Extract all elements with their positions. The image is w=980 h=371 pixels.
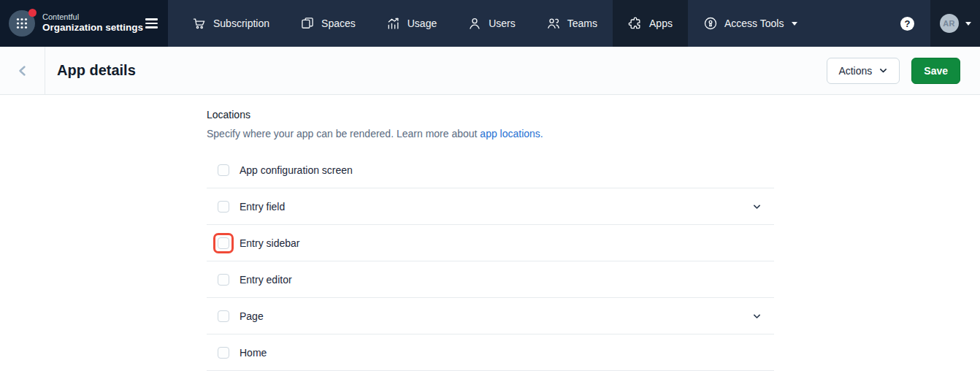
brand-text: Contentful Organization settings xyxy=(42,12,143,35)
chevron-down-icon xyxy=(792,22,797,26)
checkbox-entry-editor[interactable] xyxy=(218,274,229,286)
brand-context: Organization settings xyxy=(42,22,143,34)
location-row-app-configuration-screen: App configuration screen xyxy=(207,152,774,188)
actions-button[interactable]: Actions xyxy=(827,58,900,84)
checkbox-home[interactable] xyxy=(218,347,229,359)
actions-button-label: Actions xyxy=(838,65,872,77)
nav-item-teams[interactable]: Teams xyxy=(531,0,613,47)
main-nav: Subscription Spaces Usag xyxy=(177,0,813,47)
page-header: App details Actions Save xyxy=(0,47,980,95)
location-label: Entry field xyxy=(240,201,285,213)
org-brand-block: Contentful Organization settings xyxy=(0,0,168,47)
checkbox-entry-field[interactable] xyxy=(218,201,229,213)
expand-chevron-down-icon[interactable] xyxy=(752,202,762,211)
nav-item-label: Users xyxy=(489,18,516,29)
checkbox-entry-sidebar[interactable] xyxy=(218,237,229,249)
usage-chart-icon xyxy=(386,16,401,31)
teams-icon xyxy=(546,16,561,31)
location-label: App configuration screen xyxy=(240,164,353,176)
description-text: Specify where your app can be rendered. … xyxy=(207,128,480,139)
location-row-entry-field: Entry field xyxy=(207,188,774,225)
location-label: Home xyxy=(240,347,267,359)
nav-item-apps[interactable]: Apps xyxy=(613,0,688,47)
chevron-left-icon xyxy=(15,64,30,78)
user-icon xyxy=(467,16,482,31)
app-switcher-button[interactable] xyxy=(9,10,35,37)
top-navbar: Contentful Organization settings Subscri… xyxy=(0,0,980,47)
avatar: AR xyxy=(940,14,959,33)
nav-item-label: Access Tools xyxy=(724,18,784,29)
hamburger-menu-icon[interactable] xyxy=(144,15,159,31)
location-row-entry-sidebar: Entry sidebar xyxy=(207,225,774,261)
app-locations-link[interactable]: app locations. xyxy=(480,128,543,139)
locations-list: App configuration screen Entry field Ent… xyxy=(207,152,774,371)
nav-item-subscription[interactable]: Subscription xyxy=(177,0,285,47)
location-label: Page xyxy=(240,310,264,322)
annotation-highlight-box xyxy=(213,233,234,253)
navbar-right: ? AR xyxy=(900,0,980,47)
nav-item-users[interactable]: Users xyxy=(452,0,531,47)
notification-dot xyxy=(28,9,37,17)
location-row-entry-editor: Entry editor xyxy=(207,261,774,298)
help-button[interactable]: ? xyxy=(900,17,914,31)
checkbox-app-configuration-screen[interactable] xyxy=(218,164,229,176)
cart-icon xyxy=(192,16,207,31)
nav-item-label: Teams xyxy=(567,18,597,29)
brand-app-name: Contentful xyxy=(42,12,143,23)
nav-item-usage[interactable]: Usage xyxy=(371,0,452,47)
location-label: Entry editor xyxy=(240,274,292,286)
nav-item-access-tools[interactable]: Access Tools xyxy=(688,0,813,47)
locations-description: Specify where your app can be rendered. … xyxy=(207,128,980,139)
locations-section-title: Locations xyxy=(207,109,980,121)
keyhole-icon xyxy=(703,16,718,31)
nav-item-spaces[interactable]: Spaces xyxy=(285,0,371,47)
location-label: Entry sidebar xyxy=(240,237,299,249)
header-actions: Actions Save xyxy=(827,58,960,84)
puzzle-icon xyxy=(628,16,643,31)
nav-item-label: Apps xyxy=(649,18,673,29)
spaces-icon xyxy=(300,16,315,31)
page-title: App details xyxy=(57,62,136,79)
chevron-down-icon xyxy=(965,22,971,26)
checkbox-page[interactable] xyxy=(218,310,229,322)
screen: Contentful Organization settings Subscri… xyxy=(0,0,980,371)
nav-item-label: Subscription xyxy=(213,18,269,29)
nav-item-label: Usage xyxy=(407,18,437,29)
chevron-down-icon xyxy=(878,66,888,75)
account-menu-button[interactable]: AR xyxy=(930,0,980,47)
back-button[interactable] xyxy=(0,47,45,94)
location-row-home: Home xyxy=(207,334,774,371)
nav-item-label: Spaces xyxy=(321,18,356,29)
save-button[interactable]: Save xyxy=(911,58,960,84)
main-content: Locations Specify where your app can be … xyxy=(0,95,980,371)
location-row-page: Page xyxy=(207,298,774,334)
expand-chevron-down-icon[interactable] xyxy=(752,311,762,321)
